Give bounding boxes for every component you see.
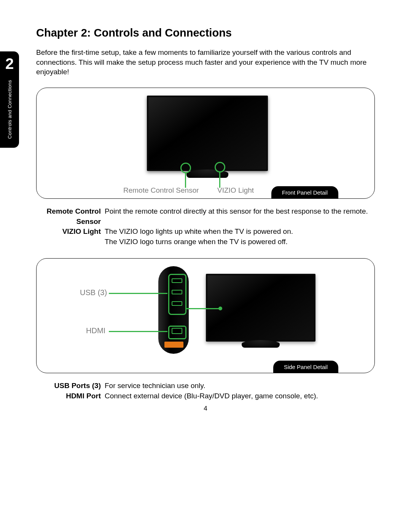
usb-port-icon (172, 278, 182, 283)
chapter-tab: 2 Controls and Connections (0, 51, 19, 148)
hdmi-label-sticker (164, 342, 183, 348)
def-desc: For service technician use only. (105, 381, 375, 391)
usb-label: USB (3) (80, 288, 107, 297)
front-definitions: Remote Control Sensor Point the remote c… (36, 206, 375, 247)
chapter-tab-label: Controls and Connections (7, 78, 13, 141)
usb-port-icon (172, 290, 182, 294)
chapter-number: 2 (5, 55, 14, 72)
callout-line (109, 293, 167, 294)
front-panel-tag: Front Panel Detail (271, 186, 338, 199)
remote-sensor-marker (180, 163, 191, 173)
def-desc: The VIZIO logo lights up white when the … (105, 227, 375, 237)
vizio-light-label: VIZIO Light (217, 186, 254, 195)
def-term (36, 237, 105, 247)
def-term: Remote Control Sensor (36, 206, 105, 227)
callout-line (219, 172, 220, 188)
hdmi-label: HDMI (86, 326, 105, 335)
hdmi-port-icon (172, 328, 182, 334)
front-panel-figure: Remote Control Sensor VIZIO Light Front … (36, 88, 375, 199)
def-desc: Point the remote control directly at thi… (105, 206, 375, 227)
def-term: VIZIO Light (36, 227, 105, 237)
def-desc: Connect external device (Blu-Ray/DVD pla… (105, 391, 375, 401)
tv-front-illustration-small (206, 274, 315, 342)
page-number: 4 (0, 405, 411, 412)
vizio-light-marker (215, 162, 225, 173)
tv-front-illustration (147, 96, 268, 171)
callout-line (109, 331, 167, 332)
usb-port-icon (172, 301, 182, 306)
callout-line (185, 173, 186, 188)
intro-paragraph: Before the first-time setup, take a few … (36, 48, 375, 77)
def-term: HDMI Port (36, 391, 105, 401)
remote-sensor-label: Remote Control Sensor (123, 186, 199, 195)
chapter-title: Chapter 2: Controls and Connections (36, 27, 375, 39)
def-desc: The VIZIO logo turns orange when the TV … (105, 237, 375, 247)
def-term: USB Ports (3) (36, 381, 105, 391)
side-definitions: USB Ports (3) For service technician use… (36, 381, 375, 401)
callout-line (186, 308, 220, 309)
side-panel-figure: USB (3) HDMI Side Panel Detail (36, 258, 375, 373)
side-panel-tag: Side Panel Detail (273, 361, 338, 373)
